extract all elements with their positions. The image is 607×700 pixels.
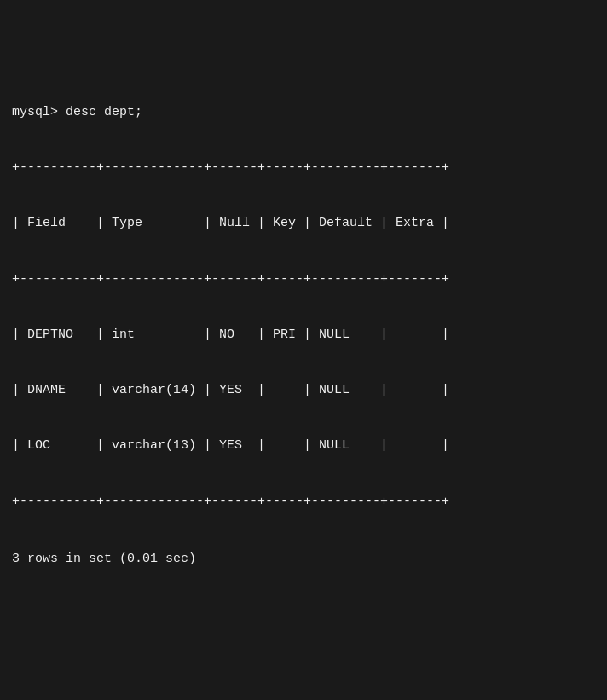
row-dept-1: | DNAME | varchar(14) | YES | | NULL | | [12, 381, 595, 400]
row-count-dept: 3 rows in set (0.01 sec) [12, 550, 595, 569]
row-dept-2: | LOC | varchar(13) | YES | | NULL | | [12, 437, 595, 455]
row-dept-0: | DEPTNO | int | NO | PRI | NULL | | [12, 326, 595, 344]
header-dept: | Field | Type | Null | Key | Default | … [12, 214, 595, 233]
desc-dept-block: mysql> desc dept; +----------+----------… [12, 66, 595, 607]
sep-bot-dept: +----------+-------------+------+-----+-… [12, 493, 595, 512]
terminal-output: mysql> desc dept; +----------+----------… [12, 10, 595, 700]
prompt-dept: mysql> desc dept; [12, 103, 595, 122]
sep-top-dept: +----------+-------------+------+-----+-… [12, 159, 595, 177]
sep-mid-dept: +----------+-------------+------+-----+-… [12, 270, 595, 289]
